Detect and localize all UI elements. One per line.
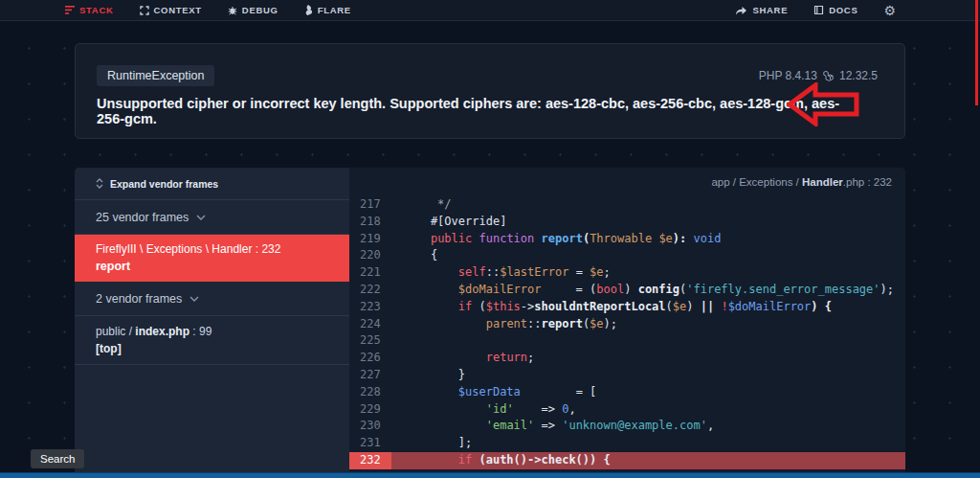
collapsed-frames-top-label: 25 vendor frames — [96, 211, 189, 224]
code-line-number: 231 — [349, 435, 391, 452]
index-frame-path: public / index.php : 99 — [96, 325, 328, 338]
share-button[interactable]: SHARE — [735, 5, 788, 15]
code-line-number: 218 — [349, 214, 391, 231]
active-frame[interactable]: FireflyIII \ Exceptions \ Handler : 232 … — [75, 235, 349, 282]
code-line-text: ]; — [391, 435, 472, 452]
share-button-label: SHARE — [752, 5, 788, 15]
share-icon — [735, 5, 747, 15]
php-version: PHP 8.4.13 — [759, 69, 817, 82]
code-line-text: public function report(Throwable $e): vo… — [391, 231, 721, 248]
exception-class-badge: RuntimeException — [97, 65, 214, 86]
code-line-number: 217 — [349, 196, 391, 214]
code-line-number: 224 — [349, 316, 391, 333]
gear-icon[interactable]: ⚙ — [883, 4, 896, 17]
active-frame-path: FireflyIII \ Exceptions \ Handler : 232 — [96, 242, 328, 256]
code-line: 221 self::$lastError = $e; — [349, 264, 905, 282]
docs-button-label: DOCS — [829, 5, 858, 15]
breadcrumb: app / Exceptions / Handler.php : 232 — [711, 176, 892, 188]
code-line-text: parent::report($e); — [391, 316, 617, 333]
code-line-text: 'id' => 0, — [391, 401, 576, 419]
code-line: 226 return; — [349, 350, 905, 367]
code-line-number: 230 — [349, 418, 391, 435]
unfold-icon — [96, 178, 103, 189]
code-line-number: 223 — [349, 299, 391, 316]
code-line: 224 parent::report($e); — [349, 316, 905, 333]
nav-actions: SHARE DOCS ⚙ — [735, 4, 896, 17]
code-line: 230 'email' => 'unknown@example.com', — [349, 418, 905, 435]
flare-icon — [304, 5, 313, 15]
framework-version: 12.32.5 — [839, 69, 878, 82]
code-line-number: 229 — [349, 401, 391, 419]
error-card: RuntimeException PHP 8.4.13 12.32.5 Unsu… — [75, 43, 905, 139]
code-line-number: 220 — [349, 247, 391, 264]
tab-flare[interactable]: FLARE — [304, 5, 351, 15]
code-line: 220 { — [349, 247, 905, 264]
tab-stack-label: STACK — [79, 5, 114, 15]
code-line-text: 'email' => 'unknown@example.com', — [391, 418, 714, 435]
code-header: app / Exceptions / Handler.php : 232 — [349, 168, 905, 196]
code-lines: 217 */218 #[Override]219 public function… — [349, 196, 905, 469]
laravel-icon — [823, 71, 834, 81]
bug-icon — [228, 6, 237, 15]
code-line-number: 226 — [349, 350, 391, 367]
tab-stack[interactable]: STACK — [65, 5, 114, 15]
collapsed-frames-top[interactable]: 25 vendor frames — [75, 200, 349, 235]
code-line: 219 public function report(Throwable $e)… — [349, 231, 905, 248]
code-panel: app / Exceptions / Handler.php : 232 217… — [349, 168, 905, 478]
bottom-blue-bar — [0, 472, 980, 478]
tab-flare-label: FLARE — [318, 5, 351, 15]
code-line: 218 #[Override] — [349, 214, 905, 231]
code-line-text: } — [391, 367, 465, 384]
code-line: 228 $userData = [ — [349, 384, 905, 401]
annotation-edge-line — [975, 0, 978, 105]
chevron-down-icon — [189, 296, 199, 302]
code-line-text — [391, 332, 403, 350]
expand-vendor-frames-label: Expand vendor frames — [110, 178, 218, 190]
code-line: 232 if (auth()->check()) { — [349, 452, 905, 469]
stack-trace-card: Expand vendor frames 25 vendor frames Fi… — [75, 168, 905, 478]
code-line-text: $doMailError = (bool) config('firefly.se… — [391, 282, 894, 299]
code-line-text: { — [391, 247, 437, 264]
code-line-text: $userData = [ — [391, 384, 596, 401]
code-line-number: 219 — [349, 231, 391, 248]
code-line: 217 */ — [349, 196, 905, 214]
code-line: 222 $doMailError = (bool) config('firefl… — [349, 282, 905, 299]
frames-panel: Expand vendor frames 25 vendor frames Fi… — [75, 168, 349, 478]
active-frame-method: report — [96, 260, 328, 273]
tab-debug[interactable]: DEBUG — [228, 5, 278, 15]
tab-context-label: CONTEXT — [154, 5, 202, 15]
tab-debug-label: DEBUG — [242, 5, 278, 15]
code-line: 229 'id' => 0, — [349, 401, 905, 419]
code-line-number: 221 — [349, 264, 391, 282]
collapsed-frames-bottom[interactable]: 2 vendor frames — [75, 282, 349, 316]
code-line-text: return; — [391, 350, 534, 367]
code-line: 223 if ($this->shouldntReportLocal($e) |… — [349, 299, 905, 316]
code-line-number: 222 — [349, 282, 391, 299]
error-message: Unsupported cipher or incorrect key leng… — [97, 96, 853, 126]
index-frame[interactable]: public / index.php : 99 [top] — [75, 316, 349, 365]
code-line-text: if (auth()->check()) { — [391, 452, 611, 469]
code-line-number: 228 — [349, 384, 391, 401]
search-tooltip: Search — [31, 449, 84, 468]
collapsed-frames-bottom-label: 2 vendor frames — [96, 292, 182, 306]
nav-tabs: STACK CONTEXT DEBUG FLARE — [65, 5, 351, 15]
annotation-arrow-icon — [787, 82, 859, 126]
code-line-text: self::$lastError = $e; — [391, 264, 611, 282]
book-icon — [813, 5, 824, 15]
index-frame-method: [top] — [96, 342, 328, 355]
code-line-text: if ($this->shouldntReportLocal($e) || !$… — [391, 299, 832, 316]
top-navigation: STACK CONTEXT DEBUG FLARE SHARE — [0, 0, 980, 21]
code-line: 227 } — [349, 367, 905, 384]
version-meta: PHP 8.4.13 12.32.5 — [759, 69, 878, 82]
code-line-number: 232 — [349, 452, 391, 469]
docs-button[interactable]: DOCS — [813, 5, 858, 15]
tab-context[interactable]: CONTEXT — [140, 5, 202, 15]
chevron-down-icon — [196, 215, 206, 220]
stack-icon — [65, 6, 75, 14]
code-line-text: #[Override] — [391, 214, 506, 231]
expand-vendor-frames-toggle[interactable]: Expand vendor frames — [75, 168, 349, 200]
code-line-number: 227 — [349, 367, 391, 384]
code-line-number: 225 — [349, 332, 391, 350]
code-line: 231 ]; — [349, 435, 905, 452]
context-brackets-icon — [140, 6, 149, 15]
